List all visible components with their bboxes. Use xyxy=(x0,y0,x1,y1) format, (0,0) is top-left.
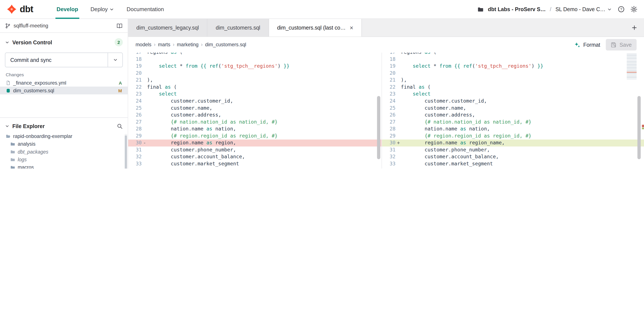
code-line[interactable]: 24 customer.customer_id, xyxy=(382,98,644,105)
file-explorer-header[interactable]: File Explorer xyxy=(0,118,128,132)
change-file-_finance_exposures.yml[interactable]: _finance_exposures.ymlA xyxy=(0,79,128,86)
diff-sign xyxy=(142,56,147,63)
change-file-dim_customers.sql[interactable]: dim_customers.sqlM xyxy=(0,86,128,94)
git-branch-icon xyxy=(5,23,11,28)
code-line[interactable]: 17regions as ( xyxy=(382,52,644,56)
code-line[interactable]: 27 {# nation.nation_id as nation_id, #} xyxy=(128,119,382,126)
code-line[interactable]: 26 customer.address, xyxy=(382,112,644,119)
line-number: 19 xyxy=(128,63,142,70)
diff-pane-modified[interactable]: 17regions as (1819 select * from {{ ref(… xyxy=(382,52,644,169)
code-line[interactable]: 22final as ( xyxy=(128,84,382,91)
project-selector[interactable]: SL Demo - Dave C… xyxy=(556,6,612,12)
code-line[interactable]: 23 select xyxy=(128,91,382,98)
diff-pane-original[interactable]: 17regions as (1819 select * from {{ ref(… xyxy=(128,52,382,169)
code-line[interactable]: 20 xyxy=(382,70,644,77)
save-button[interactable]: Save xyxy=(606,39,636,50)
code-line[interactable]: 32 customer.account_balance, xyxy=(128,154,382,161)
diff-sign xyxy=(396,70,401,77)
breadcrumb-item[interactable]: marts xyxy=(158,42,170,47)
diff-sign xyxy=(142,133,147,140)
code-line[interactable]: 25 customer.name, xyxy=(382,105,644,112)
code-line[interactable]: 23 select xyxy=(382,91,644,98)
scrollbar-thumb[interactable] xyxy=(377,96,380,159)
line-number: 26 xyxy=(382,112,396,119)
code-line[interactable]: 21), xyxy=(382,77,644,84)
code-line[interactable]: 34 from xyxy=(382,168,644,169)
code-line[interactable]: 28 nation.name as nation, xyxy=(128,125,382,133)
diff-sign xyxy=(396,112,401,119)
close-tab-icon[interactable]: × xyxy=(350,25,353,31)
code-line[interactable]: 18 xyxy=(382,56,644,63)
tree-item-dbt_packages[interactable]: dbt_packages xyxy=(0,148,128,155)
editor-scrollbar[interactable] xyxy=(377,52,381,169)
code-line[interactable]: 29 {# region.region_id as region_id, #} xyxy=(382,133,644,140)
tab-dim_customers.sql[interactable]: dim_customers.sql xyxy=(208,19,269,36)
sidebar-scrollbar[interactable] xyxy=(124,134,127,169)
line-number: 33 xyxy=(382,160,396,168)
dbt-logo[interactable]: dbt xyxy=(7,4,33,14)
docs-button[interactable] xyxy=(116,22,123,29)
format-button[interactable]: Format xyxy=(574,41,600,48)
code-line[interactable]: 18 xyxy=(128,56,382,63)
code-line[interactable]: 34 from xyxy=(128,168,382,169)
code-line[interactable]: 30- region.name as region, xyxy=(128,139,382,146)
code-line[interactable]: 28 nation.name as nation, xyxy=(382,125,644,133)
commit-options-button[interactable] xyxy=(108,53,122,67)
diff-sign xyxy=(142,52,147,56)
file-name: analysis xyxy=(18,141,35,147)
diff-sign xyxy=(142,77,147,84)
code-line[interactable]: 33 customer.market_segment xyxy=(382,160,644,168)
editor-scrollbar[interactable] xyxy=(637,52,641,169)
tree-item-logs[interactable]: logs xyxy=(0,155,128,163)
code-line[interactable]: 19 select * from {{ ref('stg_tpch__regio… xyxy=(128,63,382,70)
line-number: 21 xyxy=(382,77,396,84)
account-folder-icon xyxy=(477,6,484,13)
code-line[interactable]: 21), xyxy=(128,77,382,84)
diff-sign xyxy=(396,98,401,105)
folder-icon xyxy=(10,141,15,146)
commit-and-sync-button[interactable]: Commit and sync xyxy=(5,52,123,67)
code-line[interactable]: 27 {# nation.nation_id as nation_id, #} xyxy=(382,119,644,126)
minimap[interactable] xyxy=(627,54,637,79)
model-icon xyxy=(6,88,11,93)
breadcrumb-item[interactable]: dim_customers.sql xyxy=(205,42,246,47)
tree-item-analysis[interactable]: analysis xyxy=(0,140,128,148)
code-line[interactable]: 19 select * from {{ ref('stg_tpch__regio… xyxy=(382,63,644,70)
code-line[interactable]: 32 customer.account_balance, xyxy=(382,154,644,161)
version-control-header[interactable]: Version Control 2 xyxy=(0,33,128,49)
tree-item-rapid-onboarding-exemplar[interactable]: rapid-onboarding-exemplar xyxy=(0,132,128,140)
code-line[interactable]: 31 customer.phone_number, xyxy=(128,146,382,154)
breadcrumb-item[interactable]: marketing xyxy=(177,42,198,47)
nav-develop[interactable]: Develop xyxy=(50,0,84,19)
new-tab-button[interactable] xyxy=(625,19,644,36)
help-button[interactable]: ? xyxy=(618,6,625,13)
svg-text:?: ? xyxy=(620,7,622,11)
tab-dim_customers.sql (last co…[interactable]: dim_customers.sql (last co…× xyxy=(269,19,362,36)
account-name[interactable]: dbt Labs - ProServ S… xyxy=(488,6,546,12)
code-line[interactable]: 17regions as ( xyxy=(128,52,382,56)
tree-item-macros[interactable]: macros xyxy=(0,163,128,169)
tab-bar: dim_customers_legacy.sqldim_customers.sq… xyxy=(128,19,644,37)
code-line[interactable]: 22final as ( xyxy=(382,84,644,91)
nav-documentation[interactable]: Documentation xyxy=(120,0,170,19)
code-line[interactable]: 29 {# region.region_id as region_id, #} xyxy=(128,133,382,140)
code-line[interactable]: 20 xyxy=(128,70,382,77)
settings-button[interactable] xyxy=(630,6,638,13)
code-line[interactable]: 24 customer.customer_id, xyxy=(128,98,382,105)
code-line[interactable]: 25 customer.name, xyxy=(128,105,382,112)
code-line[interactable]: 30+ region.name as region_name, xyxy=(382,139,644,146)
scrollbar-thumb[interactable] xyxy=(637,96,640,159)
line-number: 30 xyxy=(382,139,396,146)
code-line[interactable]: 33 customer.market_segment xyxy=(128,160,382,168)
branch-name: sqlfluff-meeting xyxy=(14,23,48,28)
nav-deploy[interactable]: Deploy xyxy=(84,0,120,19)
diff-sign xyxy=(396,52,401,56)
code-line[interactable]: 26 customer.address, xyxy=(128,112,382,119)
file-search-button[interactable] xyxy=(116,123,123,129)
dbt-logo-icon xyxy=(7,4,17,14)
scrollbar-thumb[interactable] xyxy=(125,135,127,169)
tab-dim_customers_legacy.sql[interactable]: dim_customers_legacy.sql xyxy=(128,19,208,36)
code-line[interactable]: 31 customer.phone_number, xyxy=(382,146,644,154)
breadcrumb-item[interactable]: models xyxy=(136,42,151,47)
line-number: 19 xyxy=(382,63,396,70)
